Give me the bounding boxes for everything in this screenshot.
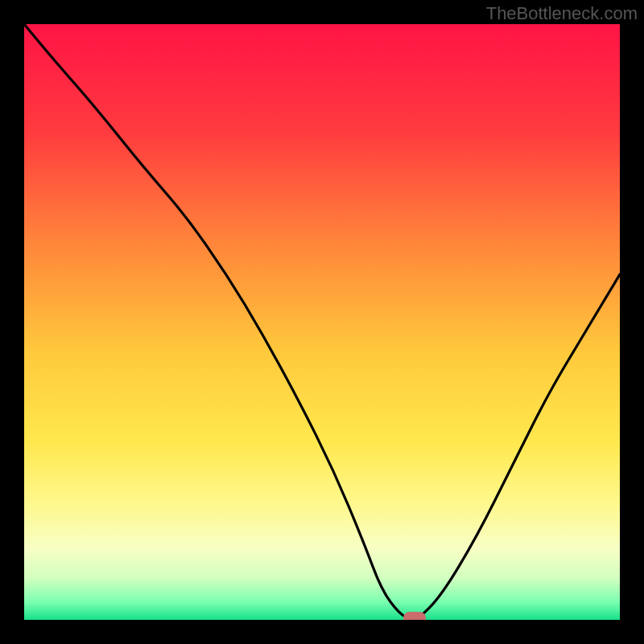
optimal-marker [403,612,426,620]
watermark-text: TheBottleneck.com [486,3,638,24]
bottleneck-curve [24,24,620,620]
plot-area [24,24,620,620]
chart-frame: TheBottleneck.com [0,0,644,644]
